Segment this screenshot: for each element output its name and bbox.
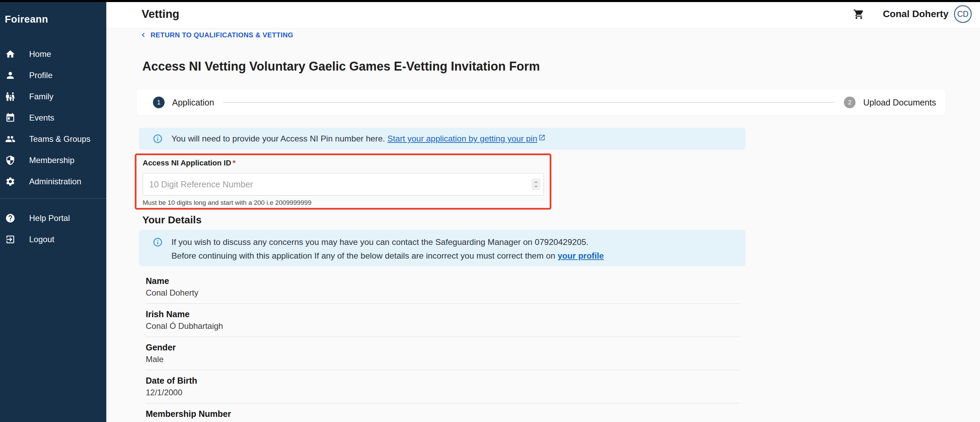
application-id-highlight-box: Access NI Application ID* Must be 10 dig… [135,154,551,209]
sidebar-item-teams-groups[interactable]: Teams & Groups [0,129,106,150]
detail-row-gender: Gender Male [146,337,739,370]
info-icon [153,237,163,247]
step-label: Upload Documents [863,98,936,108]
your-details-heading: Your Details [142,214,202,226]
sidebar: Foireann Home Profile Family Events Team… [0,0,106,422]
logout-icon [5,234,16,245]
details-list: Name Conal Doherty Irish Name Conal Ó Du… [146,271,739,422]
application-id-input-wrap [143,173,544,195]
pin-banner-text: You will need to provide your Access NI … [172,134,385,143]
detail-row-membership-number: Membership Number 5001814 [146,403,739,422]
step-number-badge: 1 [153,97,165,108]
details-banner-line1: If you wish to discuss any concerns you … [172,237,589,247]
detail-label: Gender [146,342,739,352]
your-profile-link[interactable]: your profile [558,251,604,260]
sidebar-item-logout[interactable]: Logout [0,229,106,250]
detail-value: Conal Ó Dubhartaigh [146,321,739,331]
header: Vetting Conal Doherty CD [106,0,980,29]
detail-value: Conal Doherty [146,288,739,298]
family-icon [5,91,16,102]
main-content: RETURN TO QUALIFICATIONS & VETTING Acces… [106,29,980,422]
detail-value: 5001814 [146,420,739,422]
stepper: 1 Application 2 Upload Documents [137,89,946,116]
sidebar-item-label: Administration [29,177,81,186]
details-banner-line2: Before continuing with this application … [172,251,558,260]
sidebar-item-label: Teams & Groups [29,134,91,144]
sidebar-item-events[interactable]: Events [0,107,106,129]
chevron-left-icon [139,30,148,40]
sidebar-item-label: Profile [29,71,52,80]
details-info-banner: If you wish to discuss any concerns you … [139,230,745,266]
avatar[interactable]: CD [954,5,972,23]
detail-value: 12/1/2000 [146,387,739,398]
sidebar-item-administration[interactable]: Administration [0,171,106,192]
sidebar-item-label: Home [29,49,51,59]
sidebar-item-label: Events [29,113,54,123]
sidebar-item-profile[interactable]: Profile [0,65,106,86]
person-icon [5,70,16,81]
info-icon [153,133,163,144]
detail-row-name: Name Conal Doherty [146,271,739,304]
detail-value: Male [146,354,739,365]
window-top-strip [0,0,980,2]
sidebar-item-label: Family [29,92,54,102]
sidebar-item-home[interactable]: Home [0,43,106,65]
application-id-label: Access NI Application ID* [143,159,235,168]
sidebar-item-family[interactable]: Family [0,86,106,107]
detail-label: Name [146,276,739,286]
number-stepper[interactable] [531,178,540,190]
sidebar-item-label: Logout [29,235,54,244]
detail-label: Membership Number [146,409,739,419]
help-icon [5,213,16,224]
people-icon [5,133,16,144]
application-id-input[interactable] [143,173,544,195]
calendar-icon [5,113,16,123]
home-icon [5,49,16,60]
sidebar-item-membership[interactable]: Membership [0,150,106,171]
chevron-down-icon [533,184,539,189]
header-user-name: Conal Doherty [883,9,948,19]
detail-label: Date of Birth [146,375,739,386]
sidebar-item-label: Help Portal [29,213,70,223]
detail-label: Irish Name [146,309,739,319]
sidebar-item-help-portal[interactable]: Help Portal [0,208,106,229]
external-link-icon [538,134,546,141]
page-title: Access NI Vetting Voluntary Gaelic Games… [142,59,540,74]
step-upload-documents: 2 Upload Documents [844,97,936,108]
return-to-qualifications-link[interactable]: RETURN TO QUALIFICATIONS & VETTING [139,29,293,40]
app-logo: Foireann [5,14,48,25]
step-number-badge: 2 [844,97,856,108]
get-pin-link[interactable]: Start your application by getting your p… [388,134,537,143]
gear-icon [5,176,16,187]
application-id-helper-text: Must be 10 digits long and start with a … [143,199,311,206]
sidebar-item-label: Membership [29,155,75,165]
detail-row-date-of-birth: Date of Birth 12/1/2000 [146,370,739,403]
required-asterisk: * [232,159,235,167]
shield-icon [5,155,16,166]
detail-row-irish-name: Irish Name Conal Ó Dubhartaigh [146,304,739,337]
step-label: Application [172,98,214,108]
sidebar-divider [0,198,106,199]
stepper-connector [223,102,835,103]
step-application: 1 Application [153,97,214,108]
pin-info-banner: You will need to provide your Access NI … [139,128,745,150]
return-link-label: RETURN TO QUALIFICATIONS & VETTING [151,31,293,39]
page-header-title: Vetting [142,8,179,21]
cart-button[interactable] [853,8,865,20]
cart-icon [853,9,864,20]
